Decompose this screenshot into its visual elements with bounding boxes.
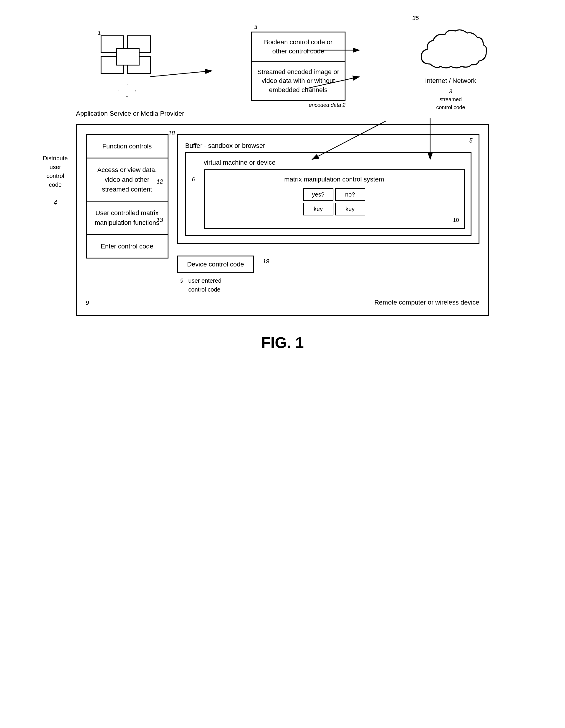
user-entered-label: 9 user entered control code (180, 276, 479, 294)
diagram-wrapper: 1 Application Service or Media Provider … (76, 12, 489, 351)
label-35: 35 (412, 15, 419, 22)
left-panel-box-function: Function controls (86, 134, 168, 158)
main-inner: Function controls Access or view data, v… (86, 134, 479, 294)
label-18: 18 (168, 130, 175, 137)
label-9-bottom: 9 (86, 300, 89, 306)
app-service-area: 1 Application Service or Media Provider (76, 30, 184, 118)
streamed-control-label: 3streamedcontrol code (436, 88, 465, 112)
buffer-label: Buffer - sandbox or browser (185, 142, 471, 150)
label-2-row: encoded data 2 (251, 102, 345, 108)
left-panel-box-enter: Enter control code (86, 235, 168, 259)
label-3-num: 3 (254, 24, 345, 30)
cloud-icon (412, 23, 489, 76)
boolean-top-text: Boolean control code or other control co… (252, 32, 345, 62)
top-section: 1 Application Service or Media Provider … (76, 12, 489, 118)
matrix-label: matrix manipulation control system (209, 175, 459, 184)
label-10: 10 (209, 217, 459, 223)
bottom-row: 9 Remote computer or wireless device (86, 299, 479, 306)
center-top-area: 3 Boolean control code or other control … (251, 24, 345, 108)
label-5: 5 (469, 137, 472, 144)
diamond-shape (118, 84, 136, 97)
fig-label: FIG. 1 (76, 334, 489, 351)
label-19: 19 (263, 258, 269, 265)
internet-label: Internet / Network (425, 77, 476, 85)
matrix-box: matrix manipulation control system yes? … (204, 169, 465, 229)
left-panel-box-access: Access or view data, video and other str… (86, 158, 168, 202)
left-panel: Function controls Access or view data, v… (86, 134, 168, 294)
app-service-label: Application Service or Media Provider (76, 109, 184, 118)
main-section-wrapper: Distributeusercontrolcode4 Function cont… (76, 124, 489, 316)
device-row: Device control code 19 9 user entered co… (177, 250, 479, 294)
boolean-box: Boolean control code or other control co… (251, 32, 345, 101)
label-2: encoded data 2 (309, 102, 345, 108)
vm-box: virtual machine or device matrix manipul… (185, 152, 471, 236)
left-panel-box-user-matrix: User controlled matrix manipulation func… (86, 202, 168, 235)
boolean-bottom-text: Streamed encoded image or video data wit… (252, 62, 345, 100)
label-13: 13 (157, 217, 163, 223)
shape-center (116, 48, 140, 66)
key-key2: key (335, 203, 365, 215)
remote-label: Remote computer or wireless device (374, 299, 479, 306)
device-control-box: Device control code (177, 256, 254, 273)
device-control-row: Device control code 19 (177, 250, 479, 273)
right-area: 18 Buffer - sandbox or browser 5 virtual… (177, 134, 479, 294)
distribute-label: Distributeusercontrolcode4 (38, 154, 73, 207)
internet-area: 35 Internet / Network 3streamedcontrol c… (412, 15, 489, 112)
key-key1: key (303, 203, 333, 215)
key-yes: yes? (303, 188, 333, 201)
key-no: no? (335, 188, 365, 201)
buffer-box: Buffer - sandbox or browser 5 virtual ma… (177, 134, 479, 244)
label-12: 12 (157, 178, 163, 185)
vm-label: virtual machine or device (204, 159, 465, 166)
main-box: Function controls Access or view data, v… (76, 124, 489, 316)
key-grid: yes? no? key key (303, 188, 365, 215)
label-6: 6 (192, 176, 195, 183)
